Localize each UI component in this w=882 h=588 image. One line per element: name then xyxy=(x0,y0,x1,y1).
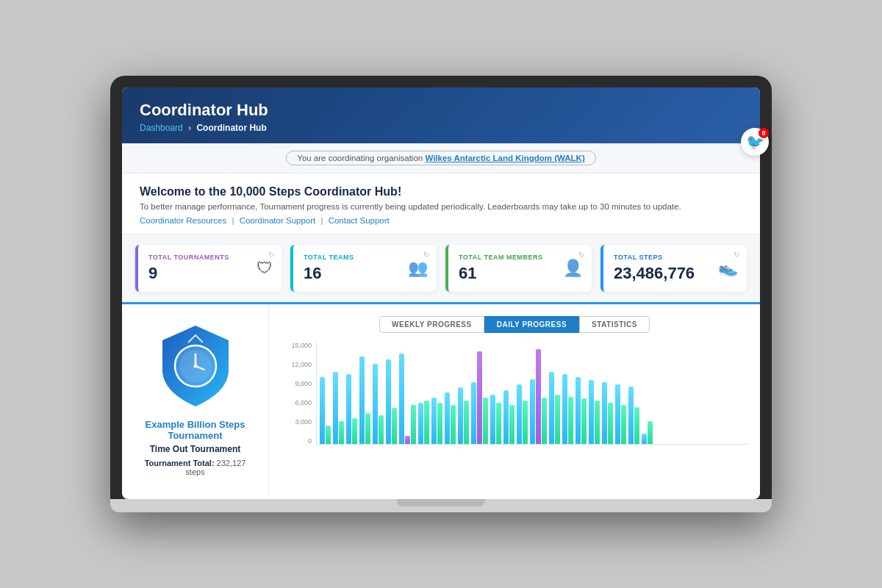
bar-green xyxy=(339,421,344,444)
bar-purple xyxy=(536,349,541,444)
bar-green xyxy=(424,401,429,444)
bar-green xyxy=(608,403,613,444)
coordinator-resources-link[interactable]: Coordinator Resources xyxy=(140,216,226,225)
bar-blue xyxy=(399,354,404,444)
refresh-tournaments[interactable]: ↻ xyxy=(268,251,274,259)
sep1: | xyxy=(232,216,234,225)
welcome-subtitle: To better manage performance, Tournament… xyxy=(140,202,742,211)
org-link[interactable]: Wilkes Antarctic Land Kingdom (WALK) xyxy=(425,154,584,162)
bar-blue xyxy=(431,398,437,444)
bar-group xyxy=(373,364,384,444)
notification-bell[interactable]: 🐦 8 xyxy=(741,128,769,156)
bar-group xyxy=(628,387,639,444)
breadcrumb-separator: › xyxy=(188,123,191,133)
welcome-title: Welcome to the 10,000 Steps Coordinator … xyxy=(140,185,742,198)
coordinator-support-link[interactable]: Coordinator Support xyxy=(240,216,316,225)
bar-green xyxy=(483,398,488,444)
tab-daily-progress[interactable]: DAILY PROGRESS xyxy=(484,316,579,333)
people-icon: 👥 xyxy=(408,259,428,278)
bars-area xyxy=(316,342,748,445)
breadcrumb-current: Coordinator Hub xyxy=(196,123,266,133)
bar-green xyxy=(568,397,573,444)
bar-purple xyxy=(477,351,482,444)
bar-blue xyxy=(602,382,607,444)
bar-group xyxy=(517,384,528,444)
bar-blue xyxy=(445,392,450,444)
refresh-teams[interactable]: ↻ xyxy=(423,251,429,259)
steps-icon: 👟 xyxy=(718,259,738,278)
tab-weekly-progress[interactable]: WEEKLY PROGRESS xyxy=(379,316,484,333)
bar-green xyxy=(365,413,370,444)
y-label-6k: 6,000 xyxy=(281,399,312,406)
tournament-name: Example Billion Steps Tournament xyxy=(134,419,257,441)
bar-group xyxy=(418,401,429,444)
bar-group xyxy=(490,395,501,444)
shield-tournament-icon: 🛡 xyxy=(257,259,273,278)
bar-blue xyxy=(642,434,647,444)
bar-blue xyxy=(517,384,522,444)
bar-group xyxy=(471,351,488,444)
bar-group xyxy=(503,390,514,444)
refresh-steps[interactable]: ↻ xyxy=(734,251,739,259)
bar-group xyxy=(346,374,357,444)
tournament-sub: Time Out Tournament xyxy=(150,444,241,454)
bar-blue xyxy=(333,372,338,444)
bar-blue xyxy=(562,374,567,444)
contact-support-link[interactable]: Contact Support xyxy=(329,216,390,225)
bar-green xyxy=(411,405,416,444)
chart-right-panel: WEEKLY PROGRESS DAILY PROGRESS STATISTIC… xyxy=(269,304,760,494)
bar-blue xyxy=(359,356,365,444)
bar-blue xyxy=(386,359,391,444)
bar-green xyxy=(437,403,442,444)
bar-green xyxy=(509,405,514,444)
chart-left-panel: Example Billion Steps Tournament Time Ou… xyxy=(122,304,269,494)
refresh-members[interactable]: ↻ xyxy=(578,251,584,259)
y-label-12k: 12,000 xyxy=(281,361,312,368)
bar-group xyxy=(549,372,560,444)
bar-green xyxy=(496,403,501,444)
bar-green xyxy=(379,415,384,444)
bar-group xyxy=(431,398,442,444)
bar-green xyxy=(634,407,639,444)
bar-green xyxy=(464,401,469,444)
bar-green xyxy=(581,398,587,444)
breadcrumb-dashboard[interactable]: Dashboard xyxy=(140,123,183,133)
notification-bar: You are coordinating organisation Wilkes… xyxy=(122,143,760,173)
bar-blue xyxy=(458,387,463,444)
bar-green xyxy=(648,421,653,444)
bar-purple xyxy=(405,436,410,444)
tournaments-label: TOTAL TOURNAMENTS xyxy=(148,254,271,261)
bar-green xyxy=(542,398,547,444)
bell-badge: 8 xyxy=(759,128,769,138)
stat-card-teams: ↻ TOTAL TEAMS 16 👥 xyxy=(290,245,437,292)
stat-card-steps: ↻ TOTAL STEPS 23,486,776 👟 xyxy=(600,245,747,292)
bar-group xyxy=(359,356,370,444)
bar-group xyxy=(333,372,344,444)
bar-blue xyxy=(576,377,581,444)
y-label-3k: 3,000 xyxy=(281,418,312,426)
y-label-0: 0 xyxy=(281,437,312,445)
bar-blue xyxy=(490,395,495,444)
page-header: Coordinator Hub Dashboard › Coordinator … xyxy=(122,87,760,143)
tournament-shield-icon xyxy=(155,322,236,410)
bar-blue xyxy=(503,390,509,444)
bar-green xyxy=(392,408,397,444)
bar-group xyxy=(445,392,456,444)
chart-tabs: WEEKLY PROGRESS DAILY PROGRESS STATISTIC… xyxy=(281,316,748,333)
bar-group xyxy=(642,421,653,444)
tournaments-value: 9 xyxy=(148,264,271,283)
bar-green xyxy=(326,426,331,444)
bar-group xyxy=(589,380,600,444)
y-axis: 0 3,000 6,000 9,000 12,000 15,000 xyxy=(281,342,312,445)
tab-statistics[interactable]: STATISTICS xyxy=(579,316,650,333)
resource-links: Coordinator Resources | Coordinator Supp… xyxy=(140,216,742,225)
bar-group xyxy=(399,354,416,444)
stats-row: ↻ TOTAL TOURNAMENTS 9 🛡 ↻ TOTAL TEAMS 16… xyxy=(122,234,760,302)
bar-blue xyxy=(549,372,554,444)
stat-card-members: ↻ TOTAL TEAM MEMBERS 61 👤 xyxy=(445,245,592,292)
tournament-total-label: Tournament Total: xyxy=(145,459,215,467)
bar-group xyxy=(386,359,397,444)
bar-blue xyxy=(615,384,620,444)
bar-green xyxy=(621,405,626,444)
bar-blue xyxy=(589,380,594,444)
